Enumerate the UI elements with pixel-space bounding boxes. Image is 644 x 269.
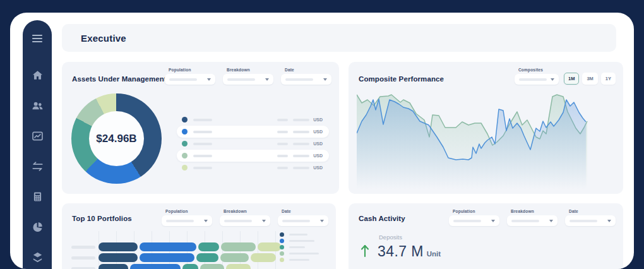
performance-line-chart xyxy=(357,88,589,194)
calculator-icon xyxy=(32,191,44,203)
top10-legend-row xyxy=(280,258,319,262)
breakdown-filter-label: Breakdown xyxy=(224,209,270,213)
sidebar-item-calculator[interactable] xyxy=(30,189,44,203)
cash-filters: Population Breakdown Date xyxy=(449,209,616,226)
breakdown-filter-label: Breakdown xyxy=(511,209,558,213)
stacked-bar-chart xyxy=(71,242,283,269)
legend-value-placeholder xyxy=(277,167,288,169)
layers-icon xyxy=(31,251,44,264)
legend-name-placeholder xyxy=(193,155,212,157)
aum-legend-row[interactable]: USD xyxy=(177,138,329,150)
chevron-down-icon xyxy=(320,220,324,222)
legend-amount-placeholder xyxy=(293,131,309,133)
sidebar xyxy=(23,20,52,269)
legend-amount-placeholder xyxy=(293,143,309,145)
date-filter-label: Date xyxy=(285,68,331,72)
breakdown-filter: Breakdown xyxy=(220,209,270,226)
legend-dot xyxy=(280,232,284,237)
metric-unit: Unit xyxy=(427,250,441,258)
chevron-down-icon xyxy=(204,220,208,222)
population-select[interactable] xyxy=(165,74,215,85)
select-placeholder xyxy=(227,78,255,81)
legend-dot xyxy=(182,165,188,170)
composites-filter-label: Composites xyxy=(518,68,559,72)
top10-legend xyxy=(280,232,319,264)
currency-label: USD xyxy=(313,153,323,158)
top10-legend-row xyxy=(280,245,319,249)
bar-segment xyxy=(221,242,256,251)
composite-controls: Composites 1M3M1Y xyxy=(515,68,616,85)
range-3m-button[interactable]: 3M xyxy=(582,73,597,85)
legend-name-placeholder xyxy=(193,167,212,169)
bar-segment xyxy=(258,242,281,251)
bar-segment xyxy=(198,242,219,251)
select-placeholder xyxy=(169,78,197,81)
chevron-down-icon xyxy=(551,78,554,81)
chevron-down-icon xyxy=(323,78,327,81)
breakdown-select[interactable] xyxy=(220,215,270,226)
breakdown-filter-label: Breakdown xyxy=(227,68,273,72)
card-title: Composite Performance xyxy=(359,75,444,83)
arrow-up-icon xyxy=(360,244,370,258)
currency-label: USD xyxy=(313,117,323,122)
select-placeholder xyxy=(511,220,539,222)
select-placeholder xyxy=(166,220,194,222)
legend-value-placeholder xyxy=(277,119,288,121)
date-select[interactable] xyxy=(565,215,616,226)
sidebar-item-home[interactable] xyxy=(30,68,44,82)
metric-label: Deposits xyxy=(379,234,441,241)
sidebar-item-holdings[interactable] xyxy=(30,250,44,264)
page-header: Executive xyxy=(62,24,616,52)
select-placeholder xyxy=(282,220,310,222)
aum-legend-row[interactable]: USD xyxy=(177,162,329,174)
legend-name-placeholder xyxy=(193,131,212,133)
breakdown-select[interactable] xyxy=(223,74,273,85)
range-1y-button[interactable]: 1Y xyxy=(601,73,616,85)
menu-button[interactable] xyxy=(30,32,44,45)
population-select[interactable] xyxy=(162,215,212,226)
legend-dot xyxy=(280,258,284,262)
chevron-down-icon xyxy=(207,78,211,81)
population-filter-label: Population xyxy=(165,209,212,213)
portfolio-bar-row xyxy=(71,264,283,269)
legend-label-placeholder xyxy=(289,253,319,254)
legend-name-placeholder xyxy=(193,143,212,145)
pie-chart-icon xyxy=(31,220,44,234)
breakdown-filter: Breakdown xyxy=(223,68,273,85)
legend-amount-placeholder xyxy=(293,119,309,121)
currency-label: USD xyxy=(313,141,323,146)
aum-legend-row[interactable]: USD xyxy=(177,126,329,138)
card-title: Top 10 Portfolios xyxy=(72,215,132,222)
population-filter-label: Population xyxy=(169,68,215,72)
aum-legend-row[interactable]: USD xyxy=(177,114,329,126)
legend-dot xyxy=(182,117,188,123)
population-filter-label: Population xyxy=(453,209,499,213)
sidebar-item-transfers[interactable] xyxy=(30,159,44,173)
portfolio-bar-row xyxy=(71,242,283,251)
legend-amount-placeholder xyxy=(293,155,309,157)
chevron-down-icon xyxy=(491,220,495,222)
metric-text: Deposits 34.7 M Unit xyxy=(378,234,441,260)
sidebar-item-portfolios[interactable] xyxy=(30,129,44,143)
date-select[interactable] xyxy=(278,215,328,226)
population-select[interactable] xyxy=(449,215,499,226)
legend-dot xyxy=(182,129,188,134)
metric-value-row: 34.7 M Unit xyxy=(378,243,441,260)
legend-label-placeholder xyxy=(289,234,307,236)
select-placeholder xyxy=(519,78,547,81)
range-1m-button[interactable]: 1M xyxy=(564,73,579,85)
bar-segment xyxy=(140,242,196,251)
sidebar-item-clients[interactable] xyxy=(30,99,44,112)
currency-label: USD xyxy=(313,129,323,134)
breakdown-select[interactable] xyxy=(507,215,558,226)
aum-legend-row[interactable]: USD xyxy=(177,150,329,162)
row-label-placeholder xyxy=(71,267,95,269)
aum-filters: Population Breakdown Date xyxy=(165,68,331,85)
date-select[interactable] xyxy=(281,74,331,85)
chevron-down-icon xyxy=(607,220,611,222)
sidebar-item-allocation[interactable] xyxy=(30,220,44,234)
bar-segment xyxy=(98,264,128,269)
composites-select[interactable] xyxy=(515,74,559,85)
legend-label-placeholder xyxy=(289,246,305,248)
legend-value-placeholder xyxy=(277,131,288,133)
